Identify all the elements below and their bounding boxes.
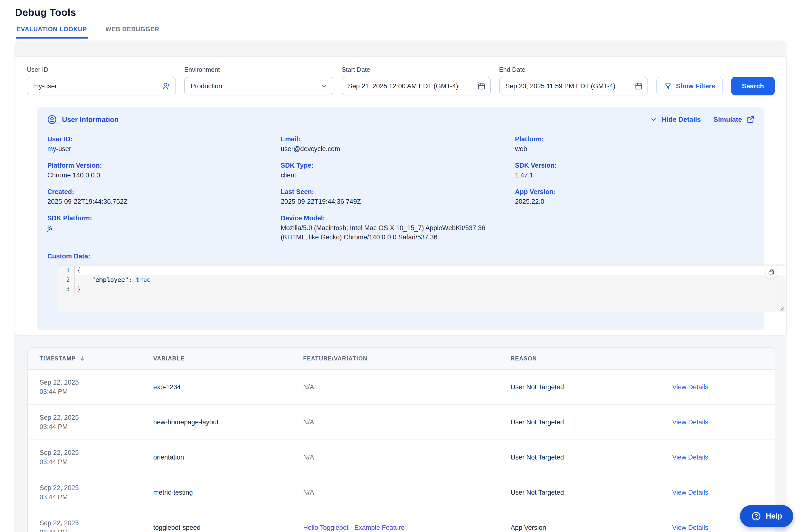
table-row: Sep 22, 202503:44 PM metric-testing N/A … — [28, 475, 775, 510]
feature-variation: N/A — [303, 419, 511, 426]
start-date-field-group: Start Date Sep 21, 2025 12:00 AM EDT (GM… — [342, 66, 491, 95]
table-header-row: TIMESTAMP VARIABLE FEATURE/VARIATION REA… — [28, 348, 775, 370]
editor-divider — [778, 265, 778, 312]
environment-select[interactable]: Production — [184, 77, 333, 95]
calendar-icon[interactable] — [478, 82, 485, 90]
user-id-input[interactable]: my-user — [27, 77, 176, 95]
copy-icon[interactable] — [766, 267, 777, 278]
page-header: Debug Tools EVALUATION LOOKUP WEB DEBUGG… — [0, 0, 802, 39]
tab-evaluation-lookup[interactable]: EVALUATION LOOKUP — [16, 26, 88, 39]
table-row: Sep 22, 202503:44 PM orientation N/A Use… — [28, 440, 775, 475]
user-id-field-group: User ID my-user — [27, 66, 176, 95]
sort-descending-icon[interactable] — [79, 355, 85, 362]
info-field: Platform: web — [515, 134, 755, 153]
variable-name: orientation — [153, 454, 303, 461]
environment-label: Environment — [184, 66, 333, 73]
simulate-button[interactable]: Simulate — [713, 115, 755, 124]
custom-data-label: Custom Data: — [47, 252, 755, 260]
col-header-feature[interactable]: FEATURE/VARIATION — [303, 355, 511, 362]
variable-name: metric-testing — [153, 489, 303, 496]
col-header-variable[interactable]: VARIABLE — [153, 355, 303, 362]
show-filters-label: Show Filters — [676, 82, 715, 90]
user-info-title: User Information — [62, 116, 119, 124]
view-details-link[interactable]: View Details — [672, 454, 763, 461]
chevron-down-icon — [321, 82, 328, 90]
user-info-title-group: User Information — [47, 114, 119, 125]
user-info-grid: User ID: my-user Platform Version: Chrom… — [47, 134, 755, 249]
code-lines: 1 { 2 "employee": true 3 } — [58, 265, 785, 294]
question-circle-icon — [751, 511, 761, 521]
external-link-icon — [746, 115, 755, 124]
user-id-label: User ID — [27, 66, 176, 73]
info-field: Device Model: Mozilla/5.0 (Macintosh; In… — [281, 213, 515, 242]
info-field: User ID: my-user — [47, 134, 281, 153]
hide-details-button[interactable]: Hide Details — [650, 116, 701, 124]
debug-tools-page: Debug Tools EVALUATION LOOKUP WEB DEBUGG… — [0, 0, 802, 532]
tab-web-debugger[interactable]: WEB DEBUGGER — [104, 26, 160, 39]
variable-name: new-homepage-layout — [153, 419, 303, 426]
user-circle-icon — [47, 114, 57, 125]
start-date-label: Start Date — [342, 66, 491, 73]
user-information-panel: User Information Hide Details — [37, 107, 764, 330]
info-field: Email: user@devcycle.com — [281, 134, 515, 153]
view-details-link[interactable]: View Details — [672, 419, 763, 426]
help-label: Help — [766, 512, 782, 520]
end-date-input[interactable]: Sep 23, 2025 11:59 PM EDT (GMT-4) — [499, 77, 648, 95]
filter-funnel-icon — [664, 82, 672, 90]
evaluations-table: TIMESTAMP VARIABLE FEATURE/VARIATION REA… — [27, 347, 775, 532]
simulate-label: Simulate — [713, 116, 742, 124]
start-date-value: Sep 21, 2025 12:00 AM EDT (GMT-4) — [348, 82, 458, 90]
custom-data-editor[interactable]: 1 { 2 "employee": true 3 } — [58, 265, 785, 312]
eval-reason: User Not Targeted — [511, 454, 672, 461]
view-details-link[interactable]: View Details — [672, 383, 763, 391]
eval-reason: App Version — [511, 524, 672, 532]
user-info-header: User Information Hide Details — [47, 114, 755, 125]
col-header-reason[interactable]: REASON — [511, 355, 672, 362]
info-field: Last Seen: 2025-09-22T19:44:36.749Z — [281, 187, 515, 206]
code-line-1: 1 { — [58, 265, 785, 275]
col-header-timestamp[interactable]: TIMESTAMP — [40, 355, 153, 362]
content-well: User ID my-user Environment Production — [14, 40, 787, 532]
eval-reason: User Not Targeted — [511, 489, 672, 496]
calendar-icon[interactable] — [635, 82, 643, 90]
feature-variation: N/A — [303, 489, 511, 496]
page-title: Debug Tools — [15, 7, 787, 18]
lookup-card: User ID my-user Environment Production — [15, 56, 787, 336]
code-line-3: 3 } — [58, 285, 785, 294]
search-button-label: Search — [742, 82, 764, 90]
feature-variation: N/A — [303, 383, 511, 391]
info-field: SDK Platform: js — [47, 213, 281, 232]
eval-reason: User Not Targeted — [511, 383, 672, 391]
eval-reason: User Not Targeted — [511, 419, 672, 426]
feature-link[interactable]: Hello Togglebot - Example Feature — [303, 524, 511, 532]
table-row: Sep 22, 202503:44 PM exp-1234 N/A User N… — [28, 370, 775, 405]
variable-name: togglebot-speed — [153, 524, 303, 532]
search-button[interactable]: Search — [731, 77, 775, 95]
feature-variation: N/A — [303, 454, 511, 461]
show-filters-button[interactable]: Show Filters — [656, 77, 723, 95]
hide-details-label: Hide Details — [662, 116, 701, 124]
info-field: SDK Type: client — [281, 161, 515, 180]
tab-bar: EVALUATION LOOKUP WEB DEBUGGER — [15, 26, 787, 39]
info-field: App Version: 2025.22.0 — [515, 187, 755, 206]
info-field: Created: 2025-09-22T19:44:36.752Z — [47, 187, 281, 206]
variable-name: exp-1234 — [153, 383, 303, 391]
resize-handle-icon[interactable] — [779, 306, 784, 311]
code-line-2: 2 "employee": true — [58, 275, 785, 285]
start-date-input[interactable]: Sep 21, 2025 12:00 AM EDT (GMT-4) — [342, 77, 491, 95]
user-info-column-1: User ID: my-user Platform Version: Chrom… — [47, 134, 281, 249]
user-info-column-3: Platform: web SDK Version: 1.47.1 App Ve… — [515, 134, 755, 249]
environment-field-group: Environment Production — [184, 66, 333, 95]
end-date-field-group: End Date Sep 23, 2025 11:59 PM EDT (GMT-… — [499, 66, 648, 95]
end-date-value: Sep 23, 2025 11:59 PM EDT (GMT-4) — [505, 82, 615, 90]
chevron-down-icon — [650, 116, 657, 123]
environment-value: Production — [191, 82, 222, 90]
view-details-link[interactable]: View Details — [672, 489, 763, 496]
end-date-label: End Date — [499, 66, 648, 73]
help-button[interactable]: Help — [740, 505, 793, 527]
user-info-column-2: Email: user@devcycle.com SDK Type: clien… — [281, 134, 515, 249]
filter-form: User ID my-user Environment Production — [27, 66, 775, 95]
info-field: Platform Version: Chrome 140.0.0.0 — [47, 161, 281, 180]
info-field: SDK Version: 1.47.1 — [515, 161, 755, 180]
user-plus-icon[interactable] — [162, 82, 171, 91]
